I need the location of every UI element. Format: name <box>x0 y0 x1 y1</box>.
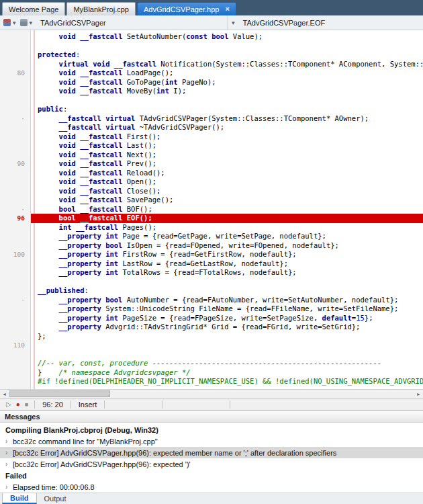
code-line[interactable]: __property int PageSize = {read=FPageSiz… <box>31 314 423 323</box>
code-line[interactable]: __fastcall virtual ~TAdvGridCSVPager(); <box>31 123 423 132</box>
gutter-line-number[interactable] <box>0 350 30 360</box>
message-row[interactable]: ›[bcc32c Error] AdvGridCSVPager.hpp(96):… <box>0 447 423 458</box>
code-line[interactable]: __property int Page = {read=GetPage, wri… <box>31 232 423 241</box>
code-line[interactable]: void __fastcall SetAutoNumber(const bool… <box>31 32 423 42</box>
gutter-line-number[interactable] <box>0 177 30 187</box>
gutter-line-number[interactable] <box>0 304 30 314</box>
message-row[interactable]: Compiling BlankProj.cbproj (Debug, Win32… <box>0 424 423 435</box>
code-line[interactable]: void __fastcall Open(); <box>31 177 423 187</box>
code-line[interactable]: } /* namespace Advgridcsvpager */ <box>31 368 423 378</box>
messages-tab-output[interactable]: Output <box>37 493 74 504</box>
gutter-line-number[interactable] <box>0 286 30 296</box>
gutter-line-number[interactable]: · <box>0 296 30 305</box>
gutter-line-number[interactable]: · <box>0 114 30 124</box>
code-line[interactable]: bool __fastcall BOF(); <box>31 205 423 214</box>
close-icon[interactable]: × <box>225 5 229 13</box>
gutter-line-number[interactable]: 90 <box>0 159 30 169</box>
expander-chevron-icon[interactable]: › <box>5 449 13 456</box>
code-line[interactable]: __property int FirstRow = {read=GetFirst… <box>31 250 423 259</box>
play-macro-icon[interactable]: ▷ <box>6 401 11 408</box>
gutter-line-number[interactable] <box>0 314 30 323</box>
gutter-line-number[interactable] <box>0 87 30 96</box>
code-line[interactable] <box>31 278 423 287</box>
gutter-line-number[interactable] <box>0 123 30 132</box>
code-area[interactable]: void __fastcall SetAutoNumber(const bool… <box>31 30 423 389</box>
gutter-line-number[interactable] <box>0 323 30 332</box>
gutter-line-number[interactable] <box>0 232 30 241</box>
code-line[interactable]: __published: <box>31 286 423 296</box>
tab-welcome-page[interactable]: Welcome Page <box>2 2 65 15</box>
code-line[interactable] <box>31 341 423 350</box>
code-line[interactable]: void __fastcall GoToPage(int PageNo); <box>31 78 423 87</box>
chevron-down-icon[interactable]: ▾ <box>30 19 33 26</box>
code-line[interactable]: int __fastcall Pages(); <box>31 223 423 233</box>
horizontal-scrollbar[interactable]: ◄ ► <box>0 389 423 398</box>
message-row[interactable]: ›bcc32c command line for "MyBlankProj.cp… <box>0 435 423 447</box>
code-line[interactable]: void __fastcall Reload(); <box>31 169 423 178</box>
editor-gutter[interactable]: 80·90·96100·110 <box>0 30 31 389</box>
messages-list[interactable]: Compiling BlankProj.cbproj (Debug, Win32… <box>0 423 423 493</box>
code-editor[interactable]: 80·90·96100·110 void __fastcall SetAutoN… <box>0 30 423 389</box>
code-line[interactable]: #if !defined(DELPHIHEADER_NO_IMPLICIT_NA… <box>31 377 423 386</box>
gutter-line-number[interactable] <box>0 377 30 386</box>
tab-advgridcsvpager-hpp[interactable]: AdvGridCSVPager.hpp× <box>137 2 236 15</box>
gutter-line-number[interactable] <box>0 60 30 69</box>
gutter-line-number[interactable] <box>0 332 30 341</box>
gutter-line-number[interactable] <box>0 359 30 368</box>
gutter-line-number[interactable] <box>0 241 30 251</box>
gutter-line-number[interactable] <box>0 132 30 142</box>
code-line[interactable]: public: <box>31 105 423 114</box>
gutter-line-number[interactable] <box>0 50 30 60</box>
code-line[interactable]: void __fastcall Last(); <box>31 141 423 151</box>
gutter-line-number[interactable] <box>0 42 30 51</box>
expander-chevron-icon[interactable]: › <box>5 483 13 491</box>
gutter-line-number[interactable] <box>0 32 30 42</box>
messages-tab-build[interactable]: Build <box>2 493 37 504</box>
scrollbar-thumb[interactable] <box>9 390 110 397</box>
gutter-line-number[interactable] <box>0 259 30 269</box>
scroll-right-icon[interactable]: ► <box>414 390 423 398</box>
code-line[interactable]: void __fastcall LoadPage(); <box>31 69 423 78</box>
code-line[interactable]: }; <box>31 332 423 341</box>
code-line[interactable]: virtual void __fastcall Notification(Sys… <box>31 60 423 69</box>
code-line[interactable]: __fastcall virtual TAdvGridCSVPager(Syst… <box>31 114 423 124</box>
gutter-line-number[interactable]: 100 <box>0 250 30 259</box>
record-macro-icon[interactable]: ● <box>16 401 20 408</box>
code-line[interactable]: void __fastcall SavePage(); <box>31 196 423 205</box>
scroll-left-icon[interactable]: ◄ <box>0 390 9 398</box>
chevron-down-icon[interactable]: ▾ <box>13 19 16 26</box>
error-line[interactable]: bool __fastcall EOF(); <box>31 214 423 223</box>
message-row[interactable]: ›Elapsed time: 00:00:06.8 <box>0 481 423 493</box>
code-line[interactable]: void __fastcall MoveBy(int I); <box>31 87 423 96</box>
code-line[interactable]: __property System::UnicodeString FileNam… <box>31 304 423 314</box>
gutter-line-number[interactable] <box>0 196 30 205</box>
gutter-line-number[interactable] <box>0 223 30 233</box>
code-line[interactable]: void __fastcall Next(); <box>31 151 423 160</box>
message-row[interactable]: Failed <box>0 470 423 481</box>
code-line[interactable] <box>31 350 423 360</box>
expander-chevron-icon[interactable]: › <box>5 437 13 445</box>
chevron-down-icon[interactable]: ▾ <box>232 19 235 26</box>
gutter-line-number[interactable]: 110 <box>0 341 30 350</box>
code-line[interactable]: void __fastcall First(); <box>31 132 423 142</box>
code-line[interactable]: void __fastcall Prev(); <box>31 159 423 169</box>
gutter-line-number[interactable]: 80 <box>0 69 30 78</box>
code-line[interactable]: __property bool AutoNumber = {read=FAuto… <box>31 296 423 305</box>
gutter-line-number[interactable] <box>0 96 30 106</box>
gutter-line-number[interactable]: · <box>0 205 30 214</box>
message-row[interactable]: ›[bcc32c Error] AdvGridCSVPager.hpp(96):… <box>0 458 423 470</box>
expander-chevron-icon[interactable]: › <box>5 460 13 468</box>
code-line[interactable]: __property bool IsOpen = {read=FOpened, … <box>31 241 423 251</box>
code-line[interactable]: void __fastcall Close(); <box>31 187 423 196</box>
tab-myblankproj-cpp[interactable]: MyBlankProj.cpp <box>66 2 136 15</box>
gutter-line-number[interactable] <box>0 78 30 87</box>
gutter-line-number[interactable] <box>0 169 30 178</box>
member-selector[interactable]: ▾ TAdvGridCSVPager.EOF <box>227 15 325 30</box>
gutter-line-number[interactable] <box>0 368 30 378</box>
code-line[interactable]: __property int TotalRows = {read=FTotalR… <box>31 268 423 278</box>
gutter-line-number[interactable] <box>0 187 30 196</box>
gutter-line-number[interactable]: 96 <box>0 214 30 223</box>
gutter-line-number[interactable] <box>0 278 30 287</box>
code-line[interactable]: protected: <box>31 50 423 60</box>
code-line[interactable] <box>31 96 423 106</box>
